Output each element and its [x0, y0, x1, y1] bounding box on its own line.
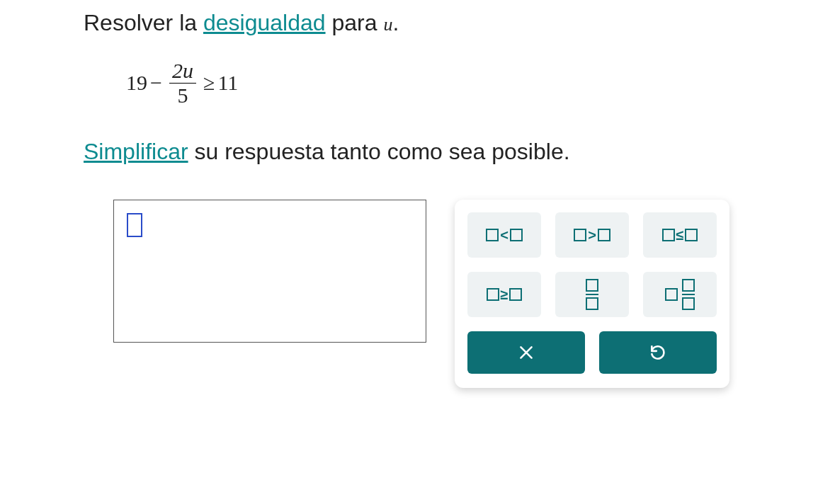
minus-sign: −: [150, 71, 162, 95]
relation-ge: ≥: [203, 71, 215, 95]
instruction-line-2: Simplificar su respuesta tanto como sea …: [84, 134, 818, 168]
le-symbol: ≤: [676, 227, 684, 244]
text: .: [392, 10, 399, 35]
answer-input[interactable]: [113, 200, 426, 343]
fraction-2u-over-5: 2u 5: [169, 59, 196, 106]
inequality-expression: 19 − 2u 5 ≥ 11: [126, 59, 818, 106]
variable-u: u: [383, 14, 392, 35]
fraction-button[interactable]: [555, 272, 629, 317]
desigualdad-link[interactable]: desigualdad: [203, 10, 326, 35]
symbol-toolbox: < > ≤ ≥: [455, 200, 729, 388]
fraction-numerator: 2u: [169, 59, 196, 84]
const-11: 11: [217, 71, 238, 95]
const-19: 19: [126, 71, 147, 95]
less-equal-button[interactable]: ≤: [643, 212, 717, 258]
simplificar-link[interactable]: Simplificar: [84, 139, 188, 164]
undo-icon: [649, 343, 667, 362]
ge-symbol: ≥: [501, 287, 509, 303]
less-than-button[interactable]: <: [467, 212, 541, 258]
lt-symbol: <: [500, 227, 509, 244]
greater-equal-button[interactable]: ≥: [467, 272, 541, 317]
text: para: [326, 10, 384, 35]
gt-symbol: >: [588, 227, 596, 244]
instruction-line-1: Resolver la desigualdad para u.: [84, 6, 818, 40]
fraction-denominator: 5: [177, 84, 188, 107]
text: su respuesta tanto como sea posible.: [188, 139, 570, 164]
answer-placeholder-box: [127, 213, 142, 237]
greater-than-button[interactable]: >: [555, 212, 629, 258]
text: Resolver la: [84, 10, 203, 35]
undo-button[interactable]: [599, 331, 717, 374]
close-icon: [517, 343, 535, 362]
mixed-number-button[interactable]: [643, 272, 717, 317]
clear-button[interactable]: [467, 331, 585, 374]
